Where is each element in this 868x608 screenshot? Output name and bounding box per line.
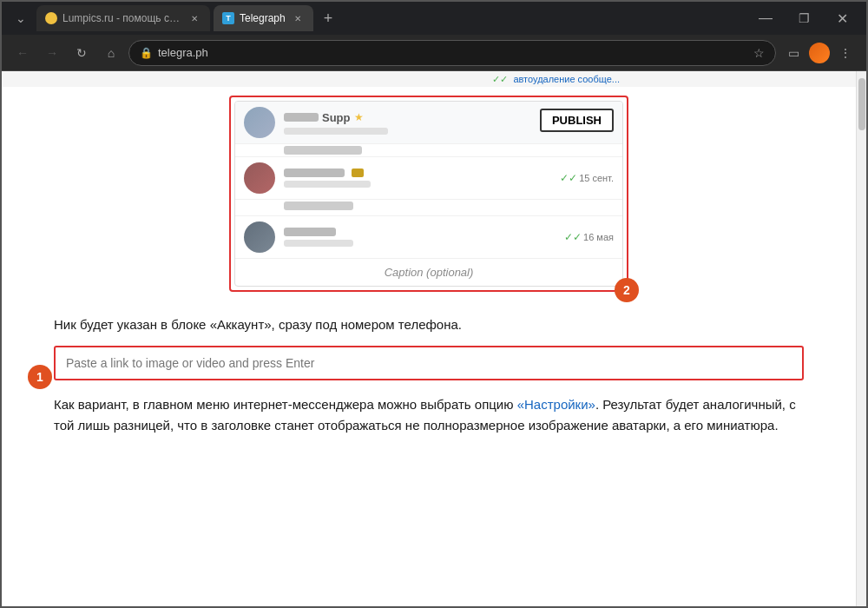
chat-msg-blur	[284, 128, 388, 135]
extensions-button[interactable]: ▭	[781, 41, 806, 65]
page-main: ✓✓ автоудаление сообще... PUBLISH	[2, 71, 856, 606]
chat-time-3: 16 мая	[583, 232, 614, 242]
avatar-3	[244, 221, 275, 253]
paste-input-wrapper	[54, 346, 804, 380]
maximize-button[interactable]: ❐	[786, 5, 821, 31]
chat-meta-3: ✓✓ 16 мая	[564, 231, 614, 243]
annotation-badge-1: 1	[28, 365, 52, 389]
chat-info: Supp ★	[284, 111, 549, 135]
screenshot-outer-box: PUBLISH Supp ★	[229, 96, 628, 292]
tab-close-telegraph[interactable]: ✕	[291, 11, 305, 25]
annotation-badge-2: 2	[615, 278, 639, 302]
check-icon-2: ✓✓	[560, 172, 577, 184]
chat-row-sub	[235, 144, 622, 157]
input-section: 1	[2, 342, 856, 387]
reload-button[interactable]: ↻	[69, 41, 94, 65]
chat-name-line-2	[284, 169, 551, 177]
screenshot-section: PUBLISH Supp ★	[2, 87, 856, 301]
paste-link-input[interactable]	[57, 349, 800, 377]
tab-title-telegraph: Telegraph	[240, 12, 286, 24]
url-bar[interactable]: 🔒 telegra.ph ☆	[128, 40, 776, 66]
profile-avatar[interactable]	[809, 43, 830, 63]
tab-title-lumpics: Lumpics.ru - помощь с компь...	[62, 12, 182, 24]
browser-frame: ⌄ Lumpics.ru - помощь с компь... ✕ T Tel…	[0, 0, 868, 608]
publish-button[interactable]: PUBLISH	[540, 109, 614, 132]
address-bar: ← → ↻ ⌂ 🔒 telegra.ph ☆ ▭ ⋮	[2, 35, 866, 71]
window-controls: — ❐ ✕	[748, 5, 859, 31]
tab-bar: ⌄ Lumpics.ru - помощь с компь... ✕ T Tel…	[2, 2, 866, 35]
chat-msg-blur-3	[284, 240, 353, 247]
close-window-button[interactable]: ✕	[825, 5, 859, 31]
new-tab-button[interactable]: +	[317, 10, 340, 28]
chat-name-line-3	[284, 228, 556, 236]
scrollbar-track	[856, 71, 866, 606]
minimize-button[interactable]: —	[748, 5, 783, 31]
chat-name-blur	[284, 113, 319, 122]
tab-list-button[interactable]: ⌄	[9, 6, 33, 30]
url-text: telegra.ph	[158, 46, 748, 59]
top-cropped-area: ✓✓ автоудаление сообще...	[2, 71, 856, 87]
more-article-text: Как вариант, в главном меню интернет-мес…	[54, 394, 804, 436]
chat-name-blur-3	[284, 169, 345, 177]
tab-close-lumpics[interactable]: ✕	[187, 11, 201, 25]
chat-msg-blur-2	[284, 181, 371, 188]
star-icon: ★	[354, 111, 364, 123]
badge-icon	[352, 169, 364, 177]
avatar-2	[244, 162, 275, 194]
text-before-input: Ник будет указан в блоке «Аккаунт», сраз…	[54, 314, 804, 335]
chat-time-2: 15 сент.	[579, 173, 614, 183]
scrollbar-thumb[interactable]	[858, 78, 865, 130]
security-icon: 🔒	[140, 47, 153, 59]
tab-favicon-telegraph: T	[222, 12, 234, 24]
text-before-input-section: Ник будет указан в блоке «Аккаунт», сраз…	[2, 301, 856, 342]
top-cropped-inner: ✓✓ автоудаление сообще...	[229, 71, 628, 87]
chat-name-line: Supp ★	[284, 111, 549, 124]
telegram-screenshot: PUBLISH Supp ★	[234, 101, 623, 287]
bookmark-icon[interactable]: ☆	[753, 46, 765, 60]
chat-name-blur-4	[284, 202, 353, 210]
text-before-input-content: Ник будет указан в блоке «Аккаунт», сраз…	[54, 317, 462, 332]
chat-row-3: ✓✓ 16 мая	[235, 216, 622, 259]
forward-button[interactable]: →	[40, 41, 64, 65]
tab-favicon-lumpics	[45, 12, 57, 24]
check-double-icon: ✓✓	[492, 74, 508, 85]
check-icon-3: ✓✓	[564, 231, 582, 243]
home-button[interactable]: ⌂	[99, 41, 123, 65]
chat-row-2-sub	[235, 200, 622, 216]
caption-text: Caption (optional)	[235, 259, 622, 286]
menu-button[interactable]: ⋮	[833, 41, 858, 65]
top-cropped-text: автоудаление сообще...	[513, 74, 620, 84]
settings-link[interactable]: «Настройки»	[517, 397, 595, 412]
back-button[interactable]: ←	[10, 41, 35, 65]
avatar	[244, 107, 275, 138]
tab-lumpics[interactable]: Lumpics.ru - помощь с компь... ✕	[36, 5, 210, 31]
chat-name-label: Supp	[322, 111, 351, 124]
address-bar-actions: ▭ ⋮	[781, 41, 858, 65]
more-text-section: Как вариант, в главном меню интернет-мес…	[2, 387, 856, 445]
chat-name-blur-2	[284, 146, 362, 155]
page-content: ✓✓ автоудаление сообще... PUBLISH	[2, 71, 866, 606]
chat-info-2	[284, 169, 551, 188]
chat-info-3	[284, 228, 556, 247]
chat-row-2: ✓✓ 15 сент.	[235, 157, 622, 200]
chat-name-blur-5	[284, 228, 336, 236]
chat-meta-2: ✓✓ 15 сент.	[560, 172, 614, 184]
tab-telegraph[interactable]: T Telegraph ✕	[214, 5, 313, 31]
